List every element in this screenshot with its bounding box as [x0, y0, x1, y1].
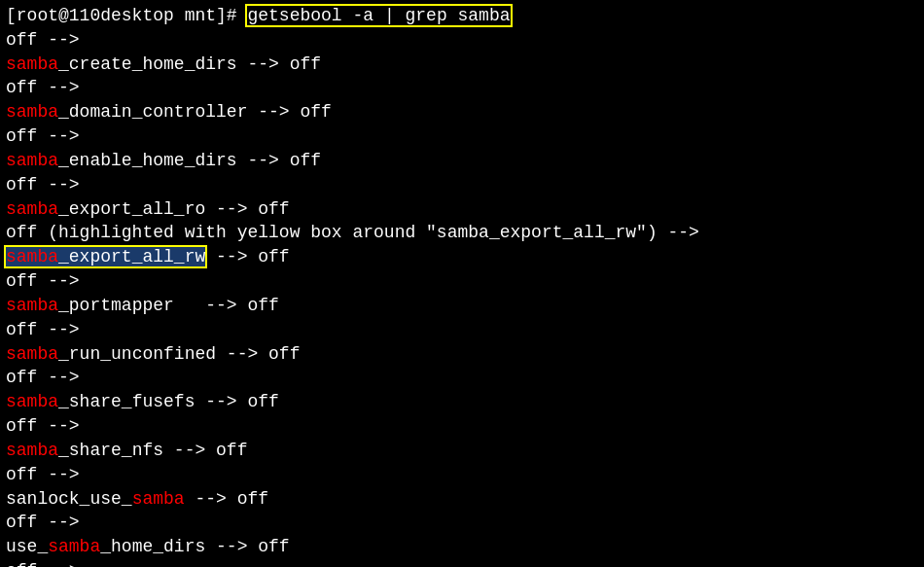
highlight-rw-box: samba_export_all_rw [6, 247, 205, 266]
line-l3: samba_enable_home_dirs --> off [6, 149, 918, 173]
samba-text: samba [48, 537, 100, 556]
pre-l10: sanlock_use_ [6, 489, 132, 509]
line-l1: samba_create_home_dirs --> off [6, 53, 918, 77]
rest-l4: _export_all_ro --> off [58, 199, 290, 219]
line-l9: samba_share_nfs --> off [6, 439, 918, 463]
rest-l9: _share_nfs --> off [58, 441, 247, 460]
samba-text: samba [6, 344, 58, 364]
rest-l1: _create_home_dirs --> off [58, 54, 321, 74]
line-l8: samba_share_fusefs --> off [6, 390, 918, 414]
cmd1-box: getsebool -a | grep samba [247, 6, 510, 25]
samba-text: samba [6, 296, 58, 315]
line-l5: samba_export_all_rw --> off [6, 245, 918, 269]
rest-l5a: _export_all_rw [58, 247, 205, 266]
rest-l11: _home_dirs --> off [100, 537, 289, 556]
terminal: [root@110desktop mnt]# getsebool -a | gr… [0, 0, 924, 567]
samba-text: samba [132, 489, 185, 509]
samba-text: samba [6, 247, 58, 266]
rest-l8: _share_fusefs --> off [58, 392, 279, 411]
line-l11: use_samba_home_dirs --> off [6, 535, 918, 559]
rest-l3: _enable_home_dirs --> off [58, 151, 321, 170]
line-cmd1: [root@110desktop mnt]# getsebool -a | gr… [6, 4, 918, 28]
line-l4: samba_export_all_ro --> off [6, 197, 918, 222]
prompt1: [root@110desktop mnt]# [6, 6, 247, 25]
line-l6: samba_portmapper --> off [6, 294, 918, 318]
samba-text: samba [6, 199, 58, 219]
pre-l11: use_ [6, 537, 48, 556]
rest-l7: _run_unconfined --> off [58, 344, 300, 364]
rest-l10: --> off [185, 489, 268, 509]
samba-text: samba [6, 102, 58, 122]
rest-l5b: --> off [205, 247, 289, 266]
rest-l2: _domain_controller --> off [58, 102, 332, 122]
samba-text: samba [6, 54, 58, 74]
line-l7: samba_run_unconfined --> off [6, 342, 918, 367]
line-l10: sanlock_use_samba --> off [6, 487, 918, 512]
samba-text: samba [6, 151, 58, 170]
line-l2: samba_domain_controller --> off [6, 100, 918, 124]
rest-l6: _portmapper --> off [58, 296, 279, 315]
samba-text: samba [6, 441, 58, 460]
samba-text: samba [6, 392, 58, 411]
